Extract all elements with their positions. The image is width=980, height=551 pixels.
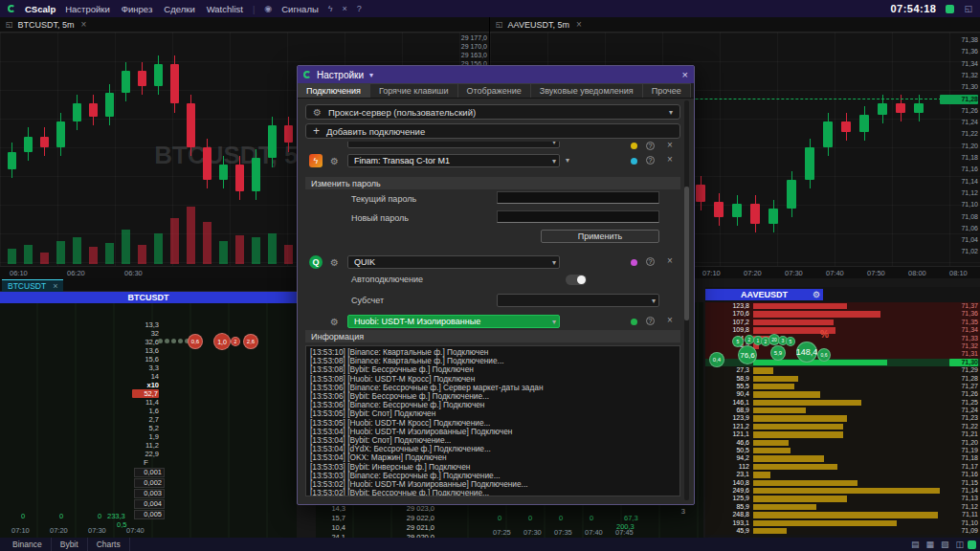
close-icon[interactable]: × <box>576 19 582 30</box>
new-password-input[interactable] <box>497 210 659 223</box>
menu-Финрез[interactable]: Финрез <box>122 4 153 14</box>
menu-Настройки[interactable]: Настройки <box>65 4 110 14</box>
candle <box>8 152 16 169</box>
volume-bar <box>284 245 293 264</box>
candle <box>24 137 33 152</box>
price-label-current: 71,28 <box>940 95 978 104</box>
taskbar-charts[interactable]: Charts <box>88 538 130 551</box>
taskbar-icon-4[interactable]: ◫ <box>955 540 964 549</box>
remove-connection-icon[interactable]: × <box>667 142 673 150</box>
dialog-tab-3[interactable]: Отображение <box>458 83 531 98</box>
current-password-input[interactable] <box>497 191 659 204</box>
volume-bar <box>56 241 65 264</box>
trade-dot <box>165 339 169 343</box>
size-value: 15,7 <box>321 514 345 522</box>
window-icon[interactable]: ◱ <box>6 20 13 29</box>
price-label: 71,08 <box>940 212 978 222</box>
help-icon[interactable]: ? <box>357 4 362 13</box>
candle <box>154 64 163 86</box>
dom-panel-aaveusdt: AAVEUSDT ⚙ 123,871,37170,671,36107,271,3… <box>705 287 980 538</box>
main-menu: НастройкиФинрезСделкиWatchlist <box>65 4 243 14</box>
size-value: 10,4 <box>321 523 345 532</box>
chart-tab-aaveusdt[interactable]: AAVEUSDT, 5m <box>508 20 569 30</box>
candle <box>73 103 81 121</box>
scrollbar-thumb[interactable] <box>684 187 689 320</box>
connection-select[interactable]: ▾ <box>347 142 560 148</box>
taskbar-icon-2[interactable]: ▦ <box>925 540 934 549</box>
menu-Watchlist[interactable]: Watchlist <box>207 4 243 14</box>
status-dot-connected <box>631 319 637 325</box>
subaccount-select[interactable]: ▾ <box>497 294 659 307</box>
dialog-tab-1[interactable]: Подключения <box>298 83 370 98</box>
remove-connection-icon[interactable]: × <box>667 315 673 325</box>
chart-tab-btcusdt[interactable]: BTCUSDT, 5m <box>18 20 75 30</box>
quik-connection-select[interactable]: QUIK ▾ <box>347 255 560 269</box>
chevron-down-icon: ▾ <box>669 108 673 117</box>
cscalp-logo-icon <box>8 5 15 12</box>
finam-connection-select[interactable]: Finam: Transaq C-tor M1 ▾ <box>347 154 560 167</box>
help-icon[interactable]: ? <box>646 317 655 325</box>
taskbar: BinanceBybitCharts ▤▦▧◫ <box>0 538 980 551</box>
menu-signals[interactable]: Сигналы <box>281 4 319 14</box>
signal-icon: ◉ <box>264 4 272 13</box>
close-signals-icon[interactable]: × <box>343 4 347 13</box>
close-icon[interactable]: × <box>81 19 87 30</box>
flash-icon[interactable]: ϟ <box>328 4 333 13</box>
dialog-tab-4[interactable]: Звуковые уведомления <box>531 83 643 98</box>
add-connection-label: Добавить подключение <box>326 126 425 137</box>
taskbar-binance[interactable]: Binance <box>4 538 52 551</box>
expand-icon[interactable]: ▾ <box>566 156 569 165</box>
apply-button[interactable]: Применить <box>541 230 659 243</box>
menu-Сделки[interactable]: Сделки <box>164 4 194 14</box>
volume-bar <box>187 207 195 264</box>
percent-marker: % <box>820 329 829 340</box>
candle <box>896 103 905 112</box>
dialog-tab-2[interactable]: Горячие клавиши <box>370 83 458 98</box>
time-label: 06:30 <box>124 269 143 277</box>
chevron-down-icon[interactable]: ▾ <box>369 71 373 79</box>
status-green-icon[interactable] <box>946 5 954 13</box>
connection-log[interactable]: [13:53:10] [Binance: Квартальные ф.] Под… <box>305 345 680 496</box>
trade-bubble: 148,4 <box>796 342 817 363</box>
log-list: [13:53:10] [Binance: Квартальные ф.] Под… <box>310 348 676 496</box>
close-dialog-icon[interactable]: × <box>682 69 688 80</box>
section-title: Изменить пароль <box>311 179 381 188</box>
add-connection-button[interactable]: + Добавить подключение <box>305 123 680 139</box>
huobi-connection-select[interactable]: Huobi: USDT-M Изолированные ▾ <box>347 315 560 328</box>
help-icon[interactable]: ? <box>646 142 655 150</box>
gear-icon[interactable]: ⚙ <box>330 156 339 166</box>
chart-tabbar: ◱ AAVEUSDT, 5m × <box>490 17 980 33</box>
gear-icon[interactable]: ⚙ <box>330 257 339 268</box>
help-icon[interactable]: ? <box>646 156 655 165</box>
volume-bar <box>40 253 49 264</box>
price-label: 71,20 <box>940 142 978 151</box>
volume-bar <box>235 235 244 264</box>
taskbar-icon-1[interactable]: ▤ <box>911 540 920 549</box>
price-value: 29 021,0 <box>398 523 434 532</box>
remove-connection-icon[interactable]: × <box>667 255 673 266</box>
autoconnect-toggle[interactable] <box>566 275 587 285</box>
green-value: 200,3 <box>616 522 635 531</box>
taskbar-bybit[interactable]: Bybit <box>52 538 88 551</box>
dialog-tab-5[interactable]: Прочее <box>643 83 691 98</box>
dialog-scrollbar[interactable] <box>684 100 689 500</box>
candle <box>138 71 146 86</box>
price-label: 71,04 <box>940 235 978 245</box>
taskbar-icon-3[interactable]: ▧ <box>941 540 949 549</box>
candle <box>823 121 833 147</box>
window-icon[interactable]: ◱ <box>496 20 503 29</box>
proxy-select[interactable]: ⚙ Прокси-сервер (пользовательский) ▾ <box>305 104 680 120</box>
time-label: 07:40 <box>826 269 844 277</box>
gear-icon[interactable]: ⚙ <box>330 317 339 327</box>
candle <box>805 147 814 180</box>
layout-icon[interactable]: ◱ <box>964 4 972 13</box>
candle <box>750 204 760 224</box>
volume-bar <box>154 233 163 264</box>
remove-connection-icon[interactable]: × <box>667 154 673 165</box>
help-icon[interactable]: ? <box>646 257 655 266</box>
time-label: 07:30 <box>523 528 542 537</box>
dialog-titlebar[interactable]: Настройки ▾ × <box>298 66 694 83</box>
time-label: 06:20 <box>67 269 85 277</box>
connection-name: Finam: Transaq C-tor M1 <box>354 156 450 165</box>
status-green-icon[interactable] <box>968 540 976 549</box>
